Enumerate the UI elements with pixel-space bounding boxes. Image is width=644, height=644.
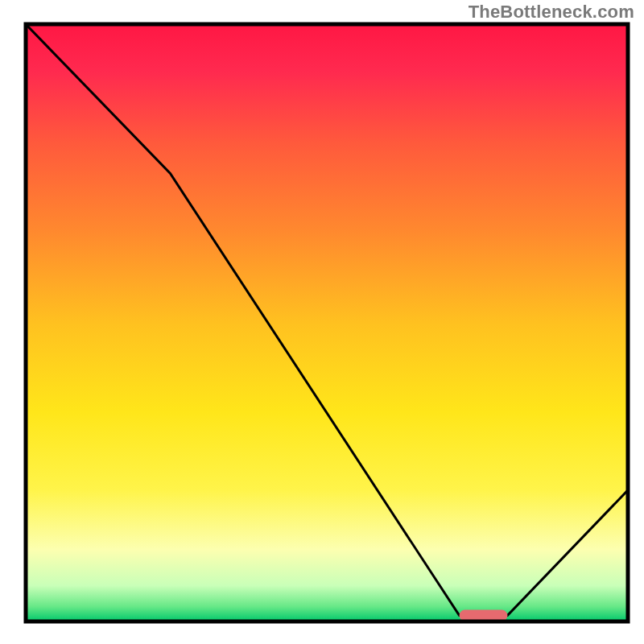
plot-background xyxy=(26,24,628,621)
chart-container: TheBottleneck.com xyxy=(0,0,644,644)
optimal-range-highlight xyxy=(460,610,508,621)
watermark-text: TheBottleneck.com xyxy=(469,2,634,23)
bottleneck-chart xyxy=(0,0,644,644)
